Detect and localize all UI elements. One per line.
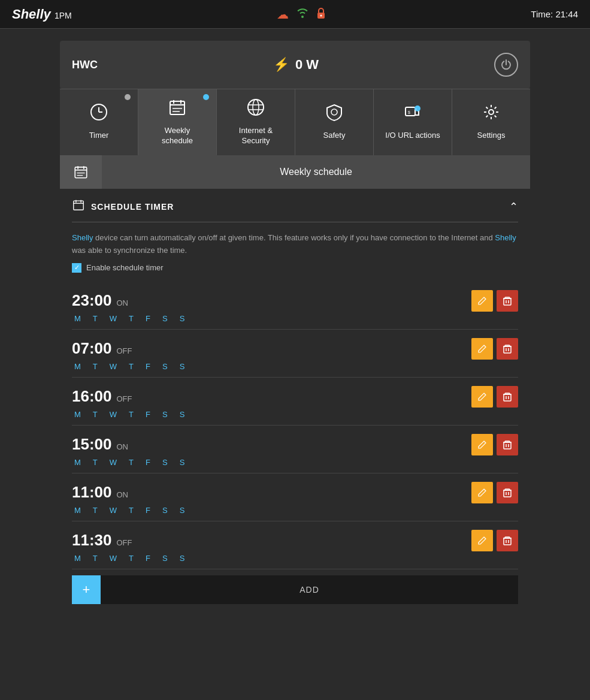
svg-rect-35: [504, 346, 511, 353]
schedule-day: M: [74, 506, 81, 515]
schedule-item-row: 15:00ON: [72, 434, 518, 455]
tab-internet-security[interactable]: Internet &Security: [217, 89, 295, 155]
device-power: ⚡ 0 W: [273, 57, 319, 73]
schedule-day: S: [162, 362, 168, 371]
schedule-day: M: [74, 314, 81, 323]
delete-button[interactable]: [497, 290, 518, 312]
schedule-item-row: 11:00ON: [72, 482, 518, 503]
enable-label: Enable schedule timer: [86, 263, 164, 272]
schedule-time: 23:00: [72, 291, 112, 309]
schedule-actions: [471, 386, 518, 408]
delete-button[interactable]: [497, 338, 518, 360]
schedule-status: OFF: [117, 394, 132, 403]
schedule-day: F: [146, 554, 150, 563]
schedule-day: W: [110, 314, 117, 323]
svg-point-11: [248, 99, 264, 115]
delete-button[interactable]: [497, 434, 518, 455]
schedule-actions: [471, 530, 518, 551]
edit-button[interactable]: [471, 338, 493, 360]
schedule-day: T: [129, 458, 134, 467]
timer-icon: [89, 102, 108, 126]
schedule-day: S: [180, 554, 185, 563]
section-header-left: SCHEDULE TIMER: [72, 198, 174, 215]
bolt-icon: ⚡: [273, 57, 289, 73]
schedule-actions: [471, 338, 518, 360]
schedule-item: 15:00ON MTWTFSS: [72, 426, 518, 473]
safety-icon: [325, 102, 344, 126]
schedule-day: M: [74, 458, 81, 467]
schedule-time: 11:00: [72, 483, 112, 501]
section-header: SCHEDULE TIMER ⌃: [72, 189, 518, 222]
device-name: HWC: [72, 59, 98, 71]
schedule-time-status: 11:30OFF: [72, 531, 132, 550]
schedule-days: MTWTFSS: [72, 458, 518, 467]
add-plus-button[interactable]: +: [72, 575, 101, 604]
main-content: HWC ⚡ 0 W Timer: [0, 29, 590, 616]
schedule-list: 23:00ON MTWTFSS07:00OFF MTWTFSS16:00OFF …: [72, 279, 518, 569]
header: Shelly 1PM ☁ Time: 21:44: [0, 0, 590, 29]
schedule-item: 11:00ON MTWTFSS: [72, 473, 518, 521]
schedule-day: W: [110, 506, 117, 515]
schedule-day: S: [180, 362, 185, 371]
delete-button[interactable]: [497, 530, 518, 551]
edit-button[interactable]: [471, 482, 493, 503]
schedule-item: 16:00OFF MTWTFSS: [72, 378, 518, 426]
schedule-time: 07:00: [72, 339, 112, 357]
schedule-status: ON: [117, 442, 129, 451]
schedule-day: F: [146, 458, 150, 467]
internet-security-icon: [246, 98, 265, 121]
svg-rect-43: [504, 442, 511, 449]
schedule-item: 07:00OFF MTWTFSS: [72, 330, 518, 378]
edit-button[interactable]: [471, 290, 493, 312]
svg-text:$: $: [408, 110, 410, 114]
schedule-day: T: [129, 506, 134, 515]
svg-point-1: [320, 14, 322, 16]
schedule-day: F: [146, 410, 150, 419]
shelly-highlight-1: Shelly: [72, 233, 93, 242]
schedule-status: ON: [117, 298, 129, 307]
svg-rect-47: [504, 490, 511, 497]
chevron-up-icon[interactable]: ⌃: [509, 200, 518, 213]
schedule-day: W: [110, 362, 117, 371]
schedule-days: MTWTFSS: [72, 554, 518, 563]
enable-checkbox[interactable]: ✓: [72, 263, 81, 273]
svg-point-15: [331, 109, 337, 115]
delete-button[interactable]: [497, 386, 518, 408]
schedule-day: T: [93, 410, 98, 419]
tab-io-url[interactable]: $ i I/O URL actions: [374, 89, 452, 155]
schedule-day: S: [162, 410, 168, 419]
edit-button[interactable]: [471, 434, 493, 455]
section-header-title: SCHEDULE TIMER: [91, 202, 174, 212]
tab-content-title: Weekly schedule: [102, 167, 530, 177]
schedule-day: S: [180, 506, 185, 515]
power-button[interactable]: [494, 53, 518, 77]
edit-button[interactable]: [471, 386, 493, 408]
tab-weekly-label: Weeklyschedule: [162, 126, 193, 146]
svg-text:i: i: [416, 107, 416, 111]
shelly-highlight-2: Shelly: [495, 233, 516, 242]
schedule-time-status: 23:00ON: [72, 291, 128, 310]
schedule-day: S: [180, 458, 185, 467]
schedule-time-status: 16:00OFF: [72, 387, 132, 406]
edit-button[interactable]: [471, 530, 493, 551]
schedule-status: ON: [117, 490, 129, 499]
tab-weekly-schedule[interactable]: Weeklyschedule: [138, 89, 217, 155]
tab-io-label: I/O URL actions: [385, 131, 440, 141]
schedule-day: F: [146, 506, 150, 515]
schedule-day: T: [93, 506, 98, 515]
tab-safety-label: Safety: [323, 131, 346, 141]
schedule-item: 11:30OFF MTWTFSS: [72, 521, 518, 569]
svg-rect-39: [504, 394, 511, 401]
tab-settings[interactable]: Settings: [452, 89, 530, 155]
delete-button[interactable]: [497, 482, 518, 503]
schedule-time-status: 11:00ON: [72, 483, 128, 502]
schedule-days: MTWTFSS: [72, 314, 518, 323]
header-icons: ☁: [277, 7, 326, 22]
svg-point-20: [489, 110, 494, 114]
tab-safety[interactable]: Safety: [295, 89, 374, 155]
schedule-actions: [471, 290, 518, 312]
schedule-day: S: [162, 458, 168, 467]
schedule-item-row: 16:00OFF: [72, 386, 518, 408]
tab-timer[interactable]: Timer: [60, 89, 138, 155]
tab-weekly-indicator: [203, 94, 209, 100]
